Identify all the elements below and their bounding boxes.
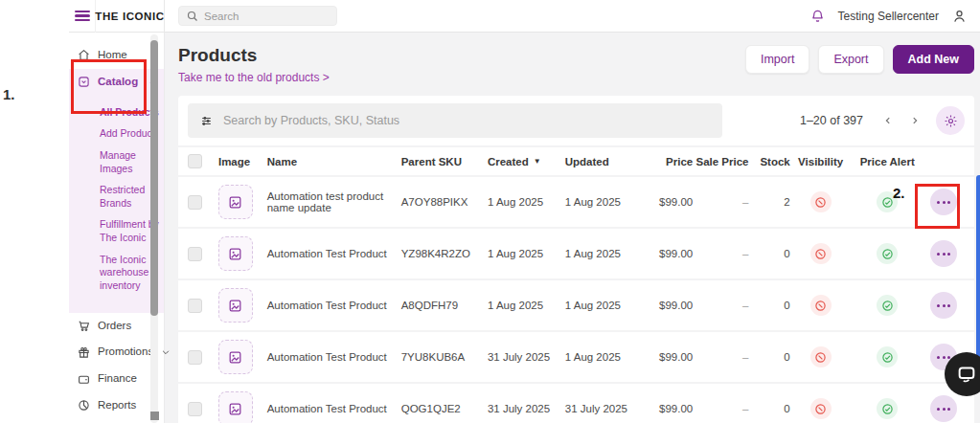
image-placeholder-icon <box>228 299 242 313</box>
updated-date: 1 Aug 2025 <box>565 351 643 363</box>
row-checkbox[interactable] <box>188 299 202 313</box>
product-thumbnail[interactable] <box>218 288 253 323</box>
add-new-button[interactable]: Add New <box>893 45 974 74</box>
header-stock: Stock <box>748 156 789 167</box>
product-name[interactable]: Automation test product name update <box>267 190 401 213</box>
sidebar-item-label: Orders <box>98 320 131 333</box>
page-title: Products <box>178 45 330 66</box>
created-date: 31 July 2025 <box>488 403 565 414</box>
table-row: Automation Test Product QOG1QJE2 31 July… <box>178 384 974 423</box>
row-checkbox[interactable] <box>188 402 202 416</box>
sale-price: – <box>693 351 748 363</box>
product-thumbnail[interactable] <box>218 340 253 374</box>
row-actions-button[interactable] <box>930 292 957 319</box>
select-all-checkbox[interactable] <box>188 154 202 168</box>
header-image: Image <box>218 156 267 167</box>
created-date: 1 Aug 2025 <box>488 248 565 259</box>
updated-date: 31 July 2025 <box>565 403 643 414</box>
sidebar-item-label: Reports <box>98 399 136 412</box>
updated-date: 1 Aug 2025 <box>565 300 643 311</box>
chevron-down-icon <box>161 347 171 357</box>
visibility-blocked-icon <box>810 191 832 212</box>
sidebar-scrollbar-thumb[interactable] <box>150 40 158 316</box>
table-header-row: Image Name Parent SKU Created ▼ Updated … <box>178 147 974 177</box>
row-actions-button[interactable] <box>930 395 957 422</box>
old-products-link[interactable]: Take me to the old products > <box>178 71 330 84</box>
price-alert-ok-icon <box>877 295 898 316</box>
hamburger-menu-button[interactable] <box>69 0 96 33</box>
notifications-bell-icon[interactable] <box>810 9 825 24</box>
row-actions-button[interactable] <box>930 189 957 215</box>
import-button[interactable]: Import <box>745 45 809 74</box>
filter-icon <box>199 115 214 127</box>
price-alert-ok-icon <box>877 398 898 419</box>
visibility-blocked-icon <box>810 243 832 264</box>
export-button[interactable]: Export <box>818 45 883 74</box>
sidebar-item-label: Promotions <box>98 345 153 359</box>
header-price: Price <box>643 156 694 167</box>
search-icon <box>187 11 198 22</box>
product-name[interactable]: Automation Test Product <box>267 248 401 259</box>
user-icon[interactable] <box>952 9 967 24</box>
product-thumbnail[interactable] <box>218 391 253 423</box>
logo-container[interactable]: THE ICONIC <box>96 0 165 33</box>
product-name[interactable]: Automation Test Product <box>267 300 401 311</box>
created-date: 31 July 2025 <box>488 351 565 363</box>
global-search-input[interactable] <box>204 11 329 22</box>
parent-sku: 7YU8KUB6A <box>401 351 488 363</box>
catalog-icon <box>78 76 90 88</box>
global-search-box[interactable] <box>178 6 337 26</box>
blue-edge-strip <box>976 175 980 357</box>
sidebar-item-label: Catalog <box>98 76 138 89</box>
hamburger-menu-icon <box>75 11 90 22</box>
header-sale-price: Sale Price <box>693 156 748 167</box>
promotions-gift-icon <box>78 346 90 359</box>
price-alert-ok-icon <box>877 346 898 367</box>
price: $99.00 <box>643 403 694 414</box>
chat-bubble-icon <box>957 366 976 383</box>
table-row: Automation Test Product 7YU8KUB6A 31 Jul… <box>178 332 974 384</box>
sidebar-scrollbar-button[interactable] <box>150 412 159 420</box>
product-name[interactable]: Automation Test Product <box>267 351 401 363</box>
chevron-right-icon[interactable] <box>903 109 926 132</box>
header-updated: Updated <box>565 156 643 167</box>
product-name[interactable]: Automation Test Product <box>267 403 401 414</box>
row-actions-button[interactable] <box>930 240 957 267</box>
table-search-input[interactable] <box>223 114 711 127</box>
finance-wallet-icon <box>78 373 90 386</box>
top-bar: THE ICONIC Testing Sellercenter <box>69 0 980 33</box>
row-checkbox[interactable] <box>188 195 202 210</box>
product-thumbnail[interactable] <box>218 236 253 271</box>
row-checkbox[interactable] <box>188 247 202 261</box>
sale-price: – <box>693 196 748 208</box>
sale-price: – <box>693 248 748 259</box>
price: $99.00 <box>643 300 694 311</box>
table-row: Automation test product name update A7OY… <box>178 177 974 229</box>
stock: 0 <box>748 351 789 363</box>
gear-icon <box>944 114 958 128</box>
visibility-blocked-icon <box>810 346 832 367</box>
stock: 0 <box>748 300 789 311</box>
product-thumbnail[interactable] <box>218 185 253 219</box>
parent-sku: QOG1QJE2 <box>401 403 488 414</box>
account-name[interactable]: Testing Sellercenter <box>838 10 939 23</box>
image-placeholder-icon <box>228 247 242 261</box>
sidebar-item-label: Home <box>98 49 127 62</box>
row-checkbox[interactable] <box>188 350 202 365</box>
price: $99.00 <box>643 248 694 259</box>
products-table-card: 1–20 of 397 Image Name Parent SKU Create… <box>178 96 974 423</box>
price-alert-ok-icon <box>877 243 898 264</box>
table-settings-button[interactable] <box>936 106 965 135</box>
price: $99.00 <box>643 351 694 363</box>
visibility-blocked-icon <box>810 295 832 316</box>
sidebar-nav: Home Catalog All Products Add Product Ma… <box>69 33 165 423</box>
header-created[interactable]: Created ▼ <box>488 156 565 167</box>
updated-date: 1 Aug 2025 <box>565 248 643 259</box>
chevron-left-icon[interactable] <box>877 109 900 132</box>
main-content: Products Take me to the old products > I… <box>165 33 980 423</box>
visibility-blocked-icon <box>810 398 832 419</box>
stock: 0 <box>748 403 789 414</box>
table-search-box[interactable] <box>188 103 722 138</box>
image-placeholder-icon <box>228 350 242 365</box>
annotation-label-1: 1. <box>3 86 15 102</box>
